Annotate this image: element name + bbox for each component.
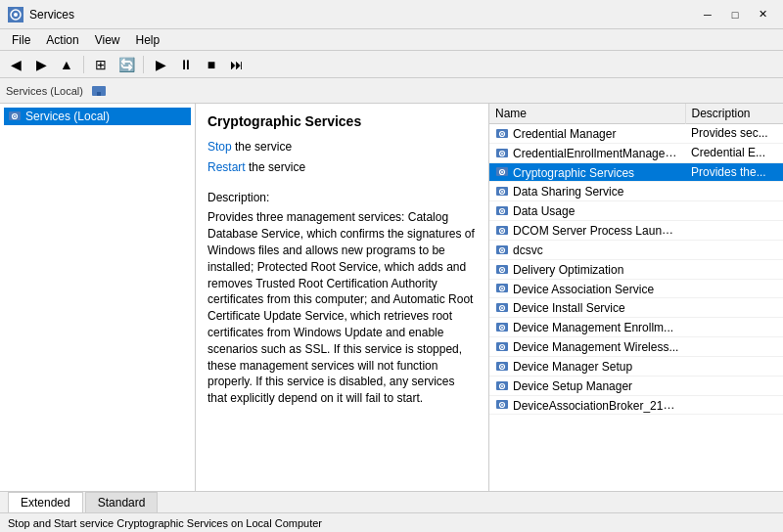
play-button[interactable]: ▶ [149, 54, 172, 75]
description-text: Provides three management services: Cata… [207, 209, 477, 407]
menu-help[interactable]: Help [128, 31, 168, 49]
up-button[interactable]: ▲ [55, 54, 78, 75]
stop-line-text: the service [235, 140, 292, 154]
svg-point-52 [501, 404, 503, 406]
table-row[interactable]: DevicePicker_214075ManualLocal Syster [489, 415, 783, 417]
address-icon [91, 83, 107, 99]
cell-service-name: Device Management Wireless... [489, 337, 685, 357]
cell-desc [685, 337, 783, 357]
cell-desc [685, 259, 783, 279]
refresh-button[interactable]: 🔄 [115, 54, 138, 75]
stop-line: Stop the service [207, 139, 477, 155]
cell-service-name: DevicePicker_214075 [489, 415, 685, 417]
window-controls: ─ □ ✕ [695, 5, 775, 24]
svg-rect-4 [97, 92, 101, 96]
content-area: Cryptographic Services Stop the service … [196, 104, 783, 491]
table-row[interactable]: Device Association ServiceRunningAutomat… [489, 279, 783, 298]
cell-service-name: Data Sharing Service [489, 182, 685, 201]
status-text: Stop and Start service Cryptographic Ser… [8, 517, 322, 529]
table-header-row: Name Description Status Startup Type Log… [489, 104, 783, 124]
table-row[interactable]: Delivery OptimizationRunningAutomatic (D… [489, 259, 783, 279]
cell-service-name: DeviceAssociationBroker_214... [489, 395, 685, 415]
cell-desc [685, 376, 783, 395]
cell-service-name: Device Install Service [489, 298, 685, 318]
address-label-text: Services (Local) [6, 85, 83, 97]
table-row[interactable]: Device Management Enrollm...ManualLocal … [489, 318, 783, 337]
tree-item-label: Services (Local) [25, 110, 110, 123]
table-row[interactable]: Credential ManagerProvides sec...Running… [489, 124, 783, 144]
toolbar-separator-1 [83, 56, 84, 73]
stop-button[interactable]: ■ [200, 54, 223, 75]
services-tbody: Credential ManagerProvides sec...Running… [489, 124, 783, 418]
svg-point-43 [501, 346, 503, 348]
table-row[interactable]: Device Manager SetupManual (Trigg...Loca… [489, 356, 783, 376]
svg-point-10 [501, 133, 503, 135]
service-name-heading: Cryptographic Services [207, 113, 477, 129]
menu-bar: File Action View Help [0, 29, 783, 51]
svg-point-19 [501, 191, 503, 193]
cell-desc [685, 318, 783, 337]
svg-point-22 [501, 210, 503, 212]
svg-point-2 [14, 13, 18, 17]
menu-view[interactable]: View [87, 31, 128, 49]
svg-point-49 [501, 385, 503, 387]
svg-point-25 [501, 230, 503, 232]
close-button[interactable]: ✕ [750, 5, 775, 24]
table-row[interactable]: Cryptographic ServicesProvides the...Run… [489, 162, 783, 182]
cell-desc [685, 240, 783, 259]
cell-service-name: Credential Manager [489, 124, 685, 144]
table-row[interactable]: Device Install ServiceManual (Trigg...Lo… [489, 298, 783, 318]
restart-button[interactable]: ⏭ [225, 54, 249, 75]
forward-button[interactable]: ▶ [29, 54, 53, 75]
maximize-button[interactable]: □ [722, 5, 748, 24]
col-description[interactable]: Description [685, 104, 783, 124]
minimize-button[interactable]: ─ [695, 5, 720, 24]
table-row[interactable]: Device Setup ManagerManual (Trigg...Loca… [489, 376, 783, 395]
show-hide-button[interactable]: ⊞ [89, 54, 113, 75]
svg-point-31 [501, 269, 503, 271]
svg-point-40 [501, 327, 503, 329]
back-button[interactable]: ◀ [4, 54, 27, 75]
toolbar-separator-2 [143, 56, 144, 73]
table-row[interactable]: DCOM Server Process Launch...RunningAuto… [489, 221, 783, 241]
cell-desc [685, 182, 783, 201]
table-row[interactable]: DeviceAssociationBroker_214...ManualLoca… [489, 395, 783, 415]
col-name[interactable]: Name [489, 104, 685, 124]
cell-desc [685, 298, 783, 318]
main-container: Services (Local) Cryptographic Services … [0, 104, 783, 491]
services-scroll[interactable]: Name Description Status Startup Type Log… [489, 104, 783, 417]
right-panel: Name Description Status Startup Type Log… [489, 104, 783, 491]
tab-extended[interactable]: Extended [8, 492, 83, 512]
menu-action[interactable]: Action [38, 31, 86, 49]
table-row[interactable]: dcsvcManual (Trigg...Local Syster [489, 240, 783, 259]
svg-point-16 [501, 171, 503, 173]
restart-link[interactable]: Restart [207, 160, 246, 174]
cell-service-name: dcsvc [489, 240, 685, 259]
cell-service-name: Device Management Enrollm... [489, 318, 685, 337]
table-row[interactable]: Data Sharing ServiceManual (Trigg...Loca… [489, 182, 783, 201]
cell-service-name: Device Association Service [489, 279, 685, 298]
address-bar: Services (Local) [0, 78, 783, 104]
window-title: Services [29, 8, 695, 22]
svg-point-46 [501, 366, 503, 368]
status-bar: Stop and Start service Cryptographic Ser… [0, 512, 783, 532]
cell-desc [685, 201, 783, 221]
tab-standard[interactable]: Standard [85, 492, 159, 512]
cell-service-name: Data Usage [489, 201, 685, 221]
title-bar: Services ─ □ ✕ [0, 0, 783, 29]
table-row[interactable]: CredentialEnrollmentManagerUserSvc_...Cr… [489, 143, 783, 162]
toolbar: ◀ ▶ ▲ ⊞ 🔄 ▶ ⏸ ■ ⏭ [0, 51, 783, 78]
tree-item-services-local[interactable]: Services (Local) [4, 108, 191, 125]
tree-nav: Services (Local) [0, 104, 196, 491]
svg-point-7 [14, 115, 16, 117]
cell-service-name: Delivery Optimization [489, 259, 685, 279]
cell-service-name: Device Setup Manager [489, 376, 685, 395]
cell-desc [685, 221, 783, 241]
table-row[interactable]: Device Management Wireless...Manual (Tri… [489, 337, 783, 357]
menu-file[interactable]: File [4, 31, 38, 49]
table-row[interactable]: Data UsageRunningManual (Trigg...Local S… [489, 201, 783, 221]
services-table: Name Description Status Startup Type Log… [489, 104, 783, 417]
stop-link[interactable]: Stop [207, 140, 232, 154]
restart-line: Restart the service [207, 159, 477, 176]
pause-button[interactable]: ⏸ [174, 54, 198, 75]
